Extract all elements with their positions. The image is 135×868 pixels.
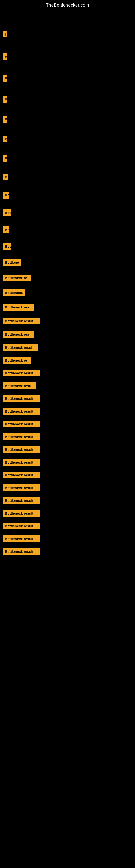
list-item: Bottleneck result [3,370,132,376]
bottleneck-result-label: Bottleneck result [3,395,41,402]
bottleneck-result-label: Bottleneck result [3,446,41,453]
bottleneck-result-label: B [3,135,7,143]
list-item: Bottleneck resu [3,382,132,389]
list-item: Bottleneck result [3,408,132,415]
bottleneck-result-label: Bo [3,226,9,233]
list-item: Bottleneck [3,289,132,296]
bottleneck-result-label: Bottleneck result [3,408,41,415]
bottleneck-result-label: Bottleneck result [3,523,41,529]
list-item: Bott [3,209,132,216]
bottleneck-result-label: Bottleneck result [3,459,41,466]
bottleneck-result-label: Bottleneck result [3,370,41,376]
bottleneck-result-label: Bottleneck result [3,485,41,491]
bottleneck-result-label: Bottleneck res [3,331,34,338]
bottleneck-result-label: Bottleneck result [3,318,41,324]
bottleneck-result-label: B [3,155,7,162]
items-container: |BBBBBBBBoBottBoBottBottleneBottleneck r… [0,9,135,559]
bottleneck-result-label: Bottleneck resu [3,382,37,389]
list-item: B [3,155,132,162]
list-item: B [3,96,132,102]
list-item: Bottleneck re [3,357,132,364]
list-item: B [3,174,132,180]
bottleneck-result-label: Bo [3,192,9,198]
list-item: Bottleneck re [3,275,132,281]
bottleneck-result-label: B [3,75,7,82]
bottleneck-result-label: B [3,96,7,102]
list-item: Bottlene [3,259,132,266]
bottleneck-result-label: Bott [3,209,11,216]
list-item: Bottleneck result [3,433,132,440]
bottleneck-result-label: Bottleneck result [3,421,41,428]
site-title: TheBottlenecker.com [0,0,135,9]
bottleneck-result-label: Bottleneck result [3,433,41,440]
list-item: Bottleneck result [3,421,132,428]
list-item: Bottleneck result [3,446,132,453]
list-item: Bottleneck result [3,535,132,542]
list-item: Bottleneck result [3,395,132,402]
list-item: Bo [3,192,132,198]
bottleneck-result-label: Bottleneck resul [3,344,38,351]
bottleneck-result-label: Bott [3,243,11,250]
bottleneck-result-label: Bottleneck result [3,510,41,517]
list-item: B [3,116,132,123]
list-item: Bott [3,243,132,250]
list-item: Bottleneck res [3,304,132,311]
list-item: Bottleneck result [3,318,132,324]
list-item: Bottleneck result [3,510,132,517]
bottleneck-result-label: B [3,54,7,60]
list-item: Bottleneck result [3,472,132,478]
list-item: Bottleneck result [3,459,132,466]
list-item: | [3,31,132,37]
list-item: Bottleneck result [3,497,132,504]
bottleneck-result-label: Bottleneck result [3,497,41,504]
list-item: Bo [3,226,132,233]
list-item: B [3,54,132,60]
bottleneck-result-label: B [3,116,7,123]
bottleneck-result-label: B [3,174,8,180]
bottleneck-result-label: Bottlene [3,259,21,266]
bottleneck-result-label: Bottleneck result [3,548,41,555]
bottleneck-result-label: Bottleneck result [3,535,41,542]
bottleneck-result-label: Bottleneck re [3,275,31,281]
bottleneck-result-label: Bottleneck [3,289,25,296]
bottleneck-result-label: Bottleneck re [3,357,31,364]
list-item: Bottleneck result [3,548,132,555]
bottleneck-result-label: Bottleneck res [3,304,34,311]
list-item: Bottleneck res [3,331,132,338]
list-item: Bottleneck resul [3,344,132,351]
bottleneck-result-label: Bottleneck result [3,472,41,478]
bottleneck-result-label: | [3,31,7,37]
list-item: B [3,135,132,143]
list-item: Bottleneck result [3,523,132,529]
list-item: B [3,75,132,82]
list-item: Bottleneck result [3,485,132,491]
